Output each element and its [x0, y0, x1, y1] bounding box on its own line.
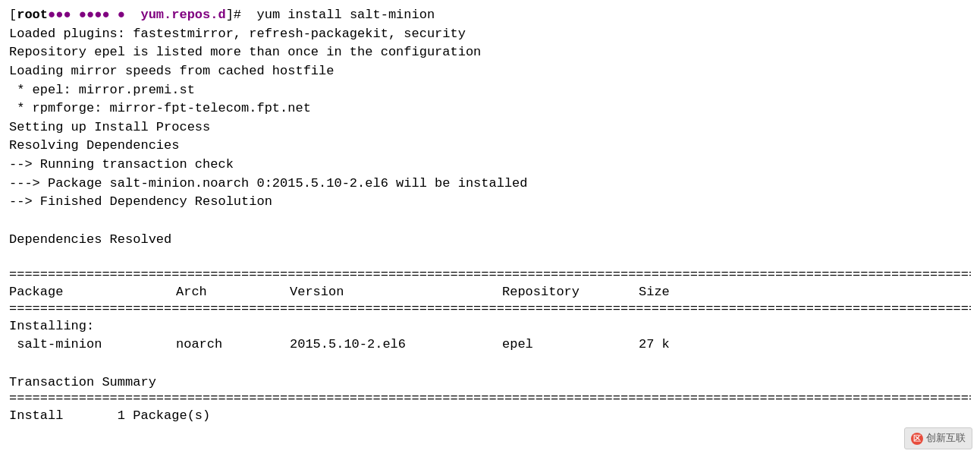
data-package: salt-minion [9, 336, 176, 355]
prompt-command: yum install salt-minion [249, 6, 435, 25]
prompt-close: ]# [226, 6, 250, 25]
watermark-text: 创新互联 [926, 431, 966, 446]
col-size: Size [639, 283, 699, 302]
col-arch: Arch [176, 283, 290, 302]
prompt-root: root [17, 6, 48, 25]
col-version: Version [290, 283, 502, 302]
output-line-7: Resolving Dependencies [9, 137, 971, 156]
prompt-dots1: ●●● [48, 6, 71, 25]
table-separator-bottom: ========================================… [9, 392, 971, 407]
blank-line-1 [9, 355, 971, 373]
output-line-2: Repository epel is listed more than once… [9, 43, 971, 62]
data-size: 27 k [639, 336, 699, 355]
output-line-4: * epel: mirror.premi.st [9, 81, 971, 100]
output-line-13 [9, 249, 971, 268]
data-arch: noarch [176, 336, 290, 355]
output-line-10: --> Finished Dependency Resolution [9, 193, 971, 212]
prompt-bullet: ● [118, 6, 125, 25]
bracket-open: [ [9, 6, 17, 25]
output-line-3: Loading mirror speeds from cached hostfi… [9, 62, 971, 81]
output-line-12: Dependencies Resolved [9, 231, 971, 250]
col-package: Package [9, 283, 176, 302]
output-line-6: Setting up Install Process [9, 118, 971, 137]
watermark: 区 创新互联 [904, 427, 972, 449]
output-line-1: Loaded plugins: fastestmirror, refresh-p… [9, 25, 971, 44]
install-line: Install 1 Package(s) [9, 407, 971, 426]
data-version: 2015.5.10-2.el6 [290, 336, 502, 355]
prompt-space [110, 6, 118, 25]
installing-label: Installing: [9, 317, 971, 336]
data-repository: epel [502, 336, 639, 355]
prompt-dir: yum.repos.d [140, 6, 225, 25]
table-separator-top: ========================================… [9, 268, 971, 283]
output-line-8: --> Running transaction check [9, 156, 971, 175]
output-line-11 [9, 212, 971, 231]
transaction-summary: Transaction Summary [9, 373, 971, 392]
prompt-separator [71, 6, 79, 25]
terminal: [root●●● ●●●● ● yum.repos.d]# yum instal… [9, 6, 971, 426]
table-separator-double: ========================================… [9, 302, 971, 317]
watermark-icon: 区 [911, 433, 923, 445]
output-line-5: * rpmforge: mirror-fpt-telecom.fpt.net [9, 99, 971, 118]
prompt-space2 [125, 6, 140, 25]
col-repository: Repository [502, 283, 639, 302]
table-data-row: salt-minion noarch 2015.5.10-2.el6 epel … [9, 336, 971, 355]
output-line-9: ---> Package salt-minion.noarch 0:2015.5… [9, 175, 971, 194]
prompt-line: [root●●● ●●●● ● yum.repos.d]# yum instal… [9, 6, 971, 25]
table-header-row: Package Arch Version Repository Size [9, 283, 971, 302]
prompt-host: ●●●● [79, 6, 110, 25]
